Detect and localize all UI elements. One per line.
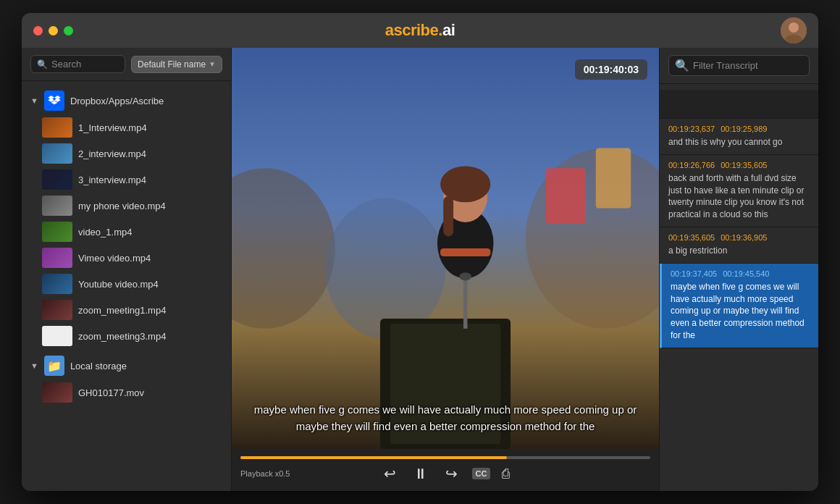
progress-bar[interactable] <box>240 456 650 459</box>
list-item[interactable]: Youtube video.mp4 <box>22 271 231 297</box>
entry-text: a big restriction <box>668 245 810 257</box>
skip-back-button[interactable]: ↩ <box>381 463 399 484</box>
play-pause-button[interactable]: ⏸ <box>411 464 431 484</box>
file-name: GH010177.mov <box>78 387 144 398</box>
subtitle-text: maybe when five g comes we will have act… <box>249 402 642 434</box>
progress-fill <box>240 456 507 459</box>
svg-rect-20 <box>463 279 468 329</box>
captions-button[interactable]: CC <box>472 468 491 479</box>
file-thumbnail <box>42 169 72 190</box>
local-folder[interactable]: ▼ 📁 Local storage <box>22 352 231 379</box>
list-item[interactable]: Vimeo video.mp4 <box>22 245 231 271</box>
share-button[interactable]: ⎙ <box>502 466 510 482</box>
file-name: 1_Interview.mp4 <box>78 122 147 133</box>
list-item[interactable]: video_1.mp4 <box>22 219 231 245</box>
transcript-entry-active[interactable]: 00:19:37,405 00:19:45,540 maybe when fiv… <box>660 264 818 348</box>
file-thumbnail <box>42 196 72 216</box>
list-item[interactable]: GH010177.mov <box>22 379 231 406</box>
svg-point-1 <box>789 22 799 33</box>
video-controls: Playback x0.5 ↩ ⏸ ↪ CC ⎙ <box>232 449 659 491</box>
file-name: 3_interview.mp4 <box>78 175 146 185</box>
sidebar: 🔍 Default File name ▼ ▼ <box>22 48 232 491</box>
search-icon: 🔍 <box>37 59 48 70</box>
traffic-lights <box>33 26 73 35</box>
transcript-entry[interactable]: 00:19:26,766 00:19:35,605 back and forth… <box>660 155 818 227</box>
svg-point-21 <box>459 272 471 280</box>
entry-time-start: 00:19:23,637 <box>668 125 715 133</box>
filter-box[interactable]: 🔍 <box>668 55 810 76</box>
file-name: zoom_meeting1.mp4 <box>78 305 166 316</box>
skip-forward-button[interactable]: ↪ <box>442 463 461 484</box>
list-item[interactable]: 2_interview.mp4 <box>22 140 231 167</box>
transcript-entry[interactable]: 00:19:35,605 00:19:36,905 a big restrict… <box>660 227 818 264</box>
dropbox-icon <box>44 91 64 111</box>
local-folder-label: Local storage <box>70 361 127 371</box>
file-name: Vimeo video.mp4 <box>78 253 151 264</box>
app-window: ascribe.ai 🔍 Default File name ▼ <box>22 13 818 491</box>
app-title: ascribe.ai <box>385 21 455 40</box>
transcript-entry-empty <box>660 90 818 119</box>
file-thumbnail <box>42 143 72 164</box>
video-area: 00:19:40:03 maybe when five g comes we w… <box>232 48 659 491</box>
video-player[interactable]: 00:19:40:03 maybe when five g comes we w… <box>232 48 659 449</box>
dropbox-folder-label: Dropbox/Apps/Ascribe <box>70 96 164 106</box>
transcript-entry[interactable]: 00:19:23,637 00:19:25,989 and this is wh… <box>660 119 818 155</box>
folder-icon: 📁 <box>44 356 64 376</box>
file-thumbnail <box>42 248 72 268</box>
titlebar: ascribe.ai <box>22 13 818 48</box>
entry-text: back and forth with a full dvd size just… <box>668 172 810 221</box>
list-item[interactable]: 1_Interview.mp4 <box>22 114 231 140</box>
minimize-button[interactable] <box>49 26 58 35</box>
close-button[interactable] <box>33 26 43 35</box>
filter-input[interactable] <box>693 60 803 71</box>
entry-times: 00:19:35,605 00:19:36,905 <box>668 233 810 242</box>
file-thumbnail <box>42 382 72 403</box>
list-item[interactable]: my phone video.mp4 <box>22 193 231 219</box>
subtitle-overlay: maybe when five g comes we will have act… <box>232 402 659 434</box>
entry-times: 00:19:37,405 00:19:45,540 <box>671 269 810 278</box>
entry-time-start: 00:19:37,405 <box>671 269 717 278</box>
entry-times: 00:19:23,637 00:19:25,989 <box>668 125 810 133</box>
main-content: 🔍 Default File name ▼ ▼ <box>22 48 818 491</box>
avatar[interactable] <box>781 17 807 43</box>
file-thumbnail <box>42 300 72 320</box>
local-storage-group: ▼ 📁 Local storage GH010177.mov <box>22 352 231 406</box>
entry-time-end: 00:19:35,605 <box>721 161 767 169</box>
svg-rect-12 <box>546 168 586 223</box>
playback-label: Playback x0.5 <box>240 469 290 478</box>
list-item[interactable]: zoom_meeting3.mp4 <box>22 323 231 349</box>
transcript-panel: 🔍 00:19:23,637 00:19:25,989 and this is … <box>659 48 818 491</box>
sidebar-toolbar: 🔍 Default File name ▼ <box>22 48 231 81</box>
entry-text: and this is why you cannot go <box>668 136 810 148</box>
list-item[interactable]: 3_interview.mp4 <box>22 167 231 193</box>
chevron-down-icon: ▼ <box>209 60 216 68</box>
maximize-button[interactable] <box>64 26 73 35</box>
file-name: zoom_meeting3.mp4 <box>78 331 166 342</box>
sort-dropdown[interactable]: Default File name ▼ <box>131 56 222 73</box>
file-thumbnail <box>42 326 72 346</box>
file-name: video_1.mp4 <box>78 227 132 238</box>
file-tree: ▼ Dropbox/Apps/Ascribe <box>22 81 231 491</box>
svg-rect-22 <box>440 248 490 256</box>
transcript-list: 00:19:23,637 00:19:25,989 and this is wh… <box>660 84 818 491</box>
search-input[interactable] <box>51 59 119 70</box>
file-name: 2_interview.mp4 <box>78 148 146 159</box>
controls-row: Playback x0.5 ↩ ⏸ ↪ CC ⎙ <box>240 463 650 484</box>
search-icon: 🔍 <box>675 59 689 72</box>
entry-time-start: 00:19:26,766 <box>668 161 715 169</box>
svg-rect-13 <box>596 148 631 209</box>
search-box[interactable]: 🔍 <box>30 55 125 73</box>
transcript-header: 🔍 <box>660 48 818 84</box>
chevron-down-icon: ▼ <box>30 361 38 370</box>
video-background <box>232 48 659 449</box>
file-thumbnail <box>42 117 72 138</box>
entry-times: 00:19:26,766 00:19:35,605 <box>668 161 810 169</box>
file-name: my phone video.mp4 <box>78 201 166 211</box>
entry-time-end: 00:19:45,540 <box>723 269 769 278</box>
file-thumbnail <box>42 222 72 242</box>
file-thumbnail <box>42 274 72 294</box>
chevron-down-icon: ▼ <box>30 96 38 105</box>
list-item[interactable]: zoom_meeting1.mp4 <box>22 297 231 323</box>
entry-time-end: 00:19:36,905 <box>721 233 767 242</box>
dropbox-folder[interactable]: ▼ Dropbox/Apps/Ascribe <box>22 87 231 114</box>
